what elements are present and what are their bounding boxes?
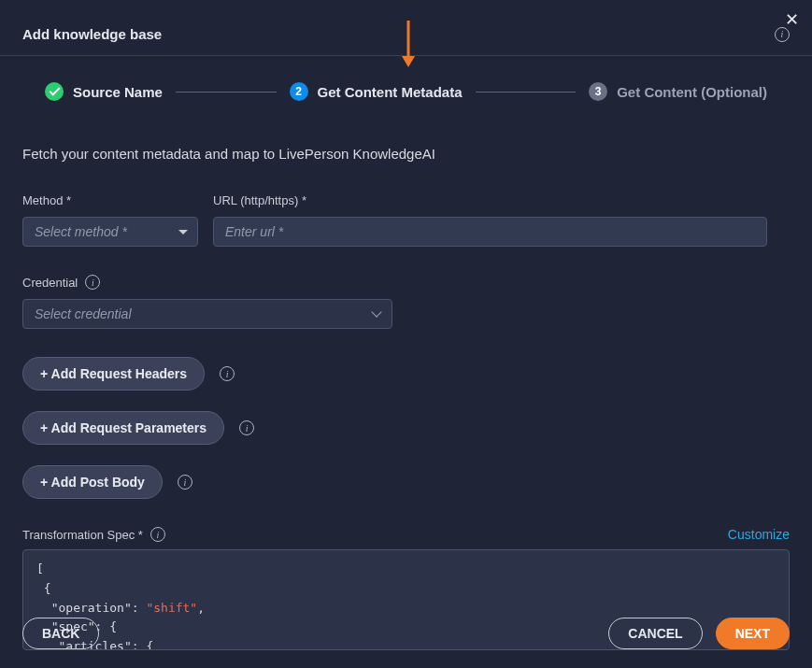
modal-title: Add knowledge base [22,26,162,42]
url-input-wrapper [213,217,767,247]
step-source-name: Source Name [45,82,163,101]
next-button[interactable]: NEXT [716,618,790,649]
close-icon[interactable]: ✕ [785,9,799,30]
add-request-headers-button[interactable]: + Add Request Headers [22,357,205,391]
info-icon[interactable]: i [239,420,254,435]
step-label: Get Content Metadata [318,84,463,100]
credential-label-text: Credential [22,276,78,290]
method-label: Method * [22,193,198,207]
step-label: Source Name [73,84,163,100]
credential-label: Credential i [22,275,790,290]
step-get-content-metadata: 2 Get Content Metadata [290,82,463,101]
footer: BACK CANCEL NEXT [0,603,812,668]
url-label: URL (http/https) * [213,193,767,207]
info-icon[interactable]: i [85,275,100,290]
add-request-parameters-button[interactable]: + Add Request Parameters [22,411,224,445]
step-label: Get Content (Optional) [617,84,767,100]
transformation-spec-label: Transformation Spec * i [22,527,165,542]
step-connector [176,92,277,92]
info-icon[interactable]: i [150,527,165,542]
back-button[interactable]: BACK [22,618,99,649]
info-icon[interactable]: i [220,366,235,381]
add-post-body-button[interactable]: + Add Post Body [22,465,163,499]
step-get-content: 3 Get Content (Optional) [589,82,767,101]
section-subtitle: Fetch your content metadata and map to L… [22,146,790,162]
credential-select[interactable]: Select credential [22,299,392,329]
chevron-down-icon [371,306,381,317]
chevron-down-icon [178,230,188,235]
step-number: 2 [290,82,308,101]
check-icon [45,82,64,101]
credential-placeholder: Select credential [35,306,132,321]
step-number: 3 [589,82,607,101]
url-input[interactable] [225,218,755,246]
modal-header: Add knowledge base i [0,0,812,56]
method-select[interactable]: Select method * [22,217,198,247]
transformation-spec-label-text: Transformation Spec * [22,528,143,542]
method-placeholder: Select method * [35,224,127,239]
cancel-button[interactable]: CANCEL [608,618,702,649]
stepper: Source Name 2 Get Content Metadata 3 Get… [0,56,812,101]
customize-link[interactable]: Customize [728,527,790,542]
info-icon[interactable]: i [178,475,192,490]
step-connector [476,92,577,92]
